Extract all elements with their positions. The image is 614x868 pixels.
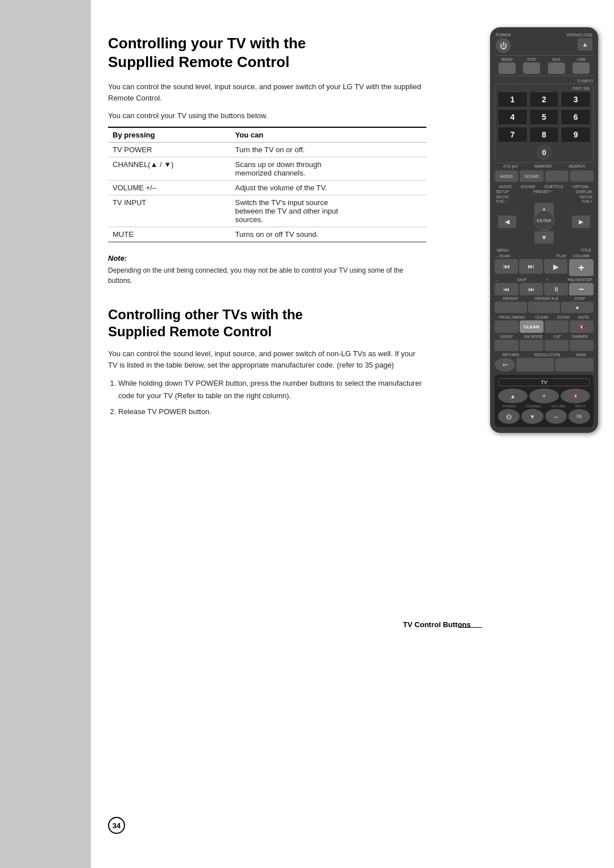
sound-button[interactable]: SOUND [520,170,543,182]
resolution-button[interactable] [516,358,554,372]
tv-power-button[interactable]: ⏻ [498,409,520,424]
clear-label: CLEAR [535,315,548,319]
dinput-label: D.INPUT [495,79,594,83]
list-item: Release TV POWER button. [118,406,426,418]
volume-plus-button[interactable]: + [569,259,594,276]
audio-button[interactable]: AUDIO [495,170,518,182]
sound-label: SOUND [521,185,535,189]
return-button[interactable]: ↩ [495,358,515,372]
skip-back-button[interactable]: ⏮ [495,283,518,295]
rewind-button[interactable]: ⏮ [495,259,518,274]
title-label: TITLE [580,248,591,252]
num-1-button[interactable]: 1 [497,91,528,107]
dvd-button[interactable] [523,62,540,74]
num-6-button[interactable]: 6 [561,109,591,125]
aux-label: AUX [553,57,561,61]
table-col2-header: You can [231,127,426,143]
resolution-label: RESOLUTION [534,353,561,357]
tv-control-line [458,627,482,628]
num-0-button[interactable]: 0 [536,144,552,160]
table-cell: Switch the TV's input sourcebetween the … [231,195,426,227]
xm-ch-tun-plus-label: XM CH/TUN.+ [579,195,592,204]
note-label: Note: [108,254,426,262]
num-8-button[interactable]: 8 [529,127,559,143]
aux-button[interactable] [548,62,565,74]
tv-input-label: INPUT [575,404,586,408]
table-row: VOLUME +/– Adjust the volume of the TV. [108,181,426,195]
tv-mute-button[interactable]: 🔇 [561,389,590,403]
tv-vol-plus-button[interactable]: + [529,389,559,403]
table-cell: Turns on or off TV sound. [231,227,426,243]
search-label: SEARCH [569,164,585,168]
repeat-button[interactable] [495,302,527,313]
section2-title: Controlling other TVs with theSupplied R… [108,306,426,340]
prog-memo-button[interactable] [495,320,518,333]
table-row: CHANNEL(▲ / ▼) Scans up or down throughm… [108,157,426,181]
play-button[interactable]: ▶ [544,259,567,274]
dimmer-button[interactable] [570,340,594,351]
dvd-label: DVD [528,57,536,61]
volume-minus-button[interactable]: – [569,283,594,295]
pause-button[interactable]: ⏸ [544,283,568,295]
remote-control: POWER ⏻ OPEN/CLOSE ▲ BAND DVD AUX [490,27,598,433]
prog-memo-label: PROG./MEMO. [499,315,526,319]
subtitle-button[interactable] [545,170,569,182]
tv-vol-minus-button[interactable]: – [545,409,567,424]
nav-left-button[interactable]: ◀ [498,215,516,228]
num-4-button[interactable]: 4 [497,109,528,125]
tv-label: TV [498,378,590,386]
open-close-button[interactable]: ▲ [578,38,592,51]
table-cell: TV POWER [108,143,231,157]
zoom-button[interactable] [545,320,569,333]
repeat-ab-label: REPEAT A-B [535,297,558,301]
num-5-button[interactable]: 5 [529,109,559,125]
cat-label: CAT [554,335,561,339]
page-number: 34 [108,817,125,834]
nav-down-button[interactable]: ▼ [534,231,554,244]
audio-label: AUDIO [499,185,512,189]
tv-power-label: POWER [503,404,516,408]
stop-label: STOP [575,297,586,301]
section2-text1: You can control the sound level, input s… [108,348,426,370]
open-close-label: OPEN/CLOSE [566,33,592,37]
xm-mode-button[interactable] [520,340,544,351]
zoom-label: ZOOM [557,315,569,319]
note-text: Depending on the unit being connected, y… [108,265,426,286]
virtual-button[interactable] [570,170,594,182]
tv-channel-label: CHANNEL [525,404,542,408]
tv-input-button[interactable]: IN [569,409,590,424]
section1-intro2: You can control your TV using the button… [108,111,426,120]
xm-mode-label: XM MODE [524,335,542,339]
hdmi-button[interactable] [555,358,594,372]
usb-button[interactable] [572,62,590,74]
section1-intro1: You can control the sound level, input s… [108,81,426,103]
xm-ch-tun-minus-label: XM CH/TUN.– [496,195,509,204]
nav-right-button[interactable]: ▶ [572,215,590,228]
mute-button[interactable]: 🔇 [570,320,594,333]
return-label: RETURN [503,353,519,357]
stop-button[interactable]: ■ [561,302,594,313]
clear-button[interactable]: CLEAR [520,320,544,333]
tv-up-button[interactable]: ▲ [498,389,528,403]
table-cell: Scans up or down throughmemorized channe… [231,157,426,181]
menu-label: MENU [497,248,509,252]
table-row: TV POWER Turn the TV on or off. [108,143,426,157]
cat-button[interactable] [545,340,569,351]
num-7-button[interactable]: 7 [497,127,528,143]
list-item: While holding down TV POWER button, pres… [118,377,426,402]
power-button[interactable]: ⏻ [496,38,511,53]
numbered-list: While holding down TV POWER button, pres… [118,377,426,418]
enter-button[interactable]: ENTER [534,210,554,231]
tv-down-button[interactable]: ▼ [521,409,543,424]
num-3-button[interactable]: 3 [561,91,591,107]
repeat-ab-button[interactable] [528,302,561,313]
num-2-button[interactable]: 2 [529,91,559,107]
num-9-button[interactable]: 9 [561,127,591,143]
usb-label: USB [577,57,585,61]
xts-pro-label: XTS pro [503,164,518,168]
fast-forward-button[interactable]: ⏭ [519,259,542,274]
subtitle-label: SUBTITLE [544,185,563,189]
band-button[interactable] [499,62,516,74]
skip-fwd-button[interactable]: ⏭ [520,283,544,295]
sleep-button[interactable] [495,340,518,351]
